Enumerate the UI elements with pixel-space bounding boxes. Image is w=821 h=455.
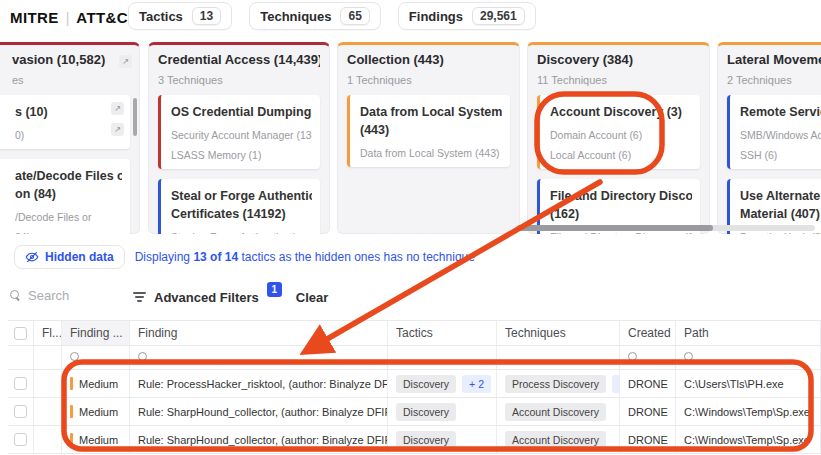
filter-cell: [8, 346, 34, 369]
row-techniques-cell: Process Discovery+ 2: [497, 370, 620, 397]
row-checkbox[interactable]: [14, 405, 27, 418]
row-created-cell: DRONE: [620, 370, 676, 397]
technique-card[interactable]: ate/Decode Files or on (84) /Decode File…: [0, 159, 130, 234]
technique-title: Certificates (14192): [171, 205, 312, 223]
technique-title: on (84): [15, 185, 122, 203]
external-link-icon[interactable]: ↗: [119, 55, 132, 68]
technique-chip[interactable]: Process Discovery: [505, 375, 606, 393]
subtechnique-label: File and Directory Discovery (162): [550, 231, 692, 234]
severity-bar: [70, 433, 73, 446]
technique-more-chip[interactable]: + 2: [612, 375, 620, 393]
severity-label: Medium: [79, 406, 118, 418]
col-header-tactics[interactable]: Tactics: [388, 321, 497, 345]
row-finding-cell: Rule: ProcessHacker_risktool, (author: B…: [130, 370, 388, 397]
subtechnique-label: /Decode Files or: [15, 211, 122, 223]
tactic-column-collection: Collection (443) 1 Techniques Data from …: [337, 42, 520, 234]
search-input[interactable]: [28, 288, 118, 303]
col-header-finding[interactable]: Finding: [130, 321, 388, 345]
technique-card[interactable]: Data from Local System (443) Data from L…: [347, 95, 510, 167]
severity-bar: [70, 377, 73, 390]
table-filter-row: [8, 346, 821, 370]
findings-pill[interactable]: Findings 29,561: [398, 2, 536, 30]
table-row[interactable]: Medium Rule: ProcessHacker_risktool, (au…: [8, 370, 821, 398]
col-header-flags[interactable]: Fl...: [34, 321, 62, 345]
mitre-attack-logo: MITRE | ATT&CK®: [10, 9, 145, 26]
filter-cell-techniques[interactable]: [497, 346, 620, 369]
brand-separator: |: [66, 10, 70, 26]
advanced-filters[interactable]: Advanced Filters 1 Clear: [133, 288, 328, 308]
subtechnique-label: Domain Account (6): [550, 129, 692, 141]
tactic-title: Collection (443): [347, 52, 510, 68]
filter-cell-path[interactable]: [676, 346, 821, 369]
tactic-column-lateral-movement: Lateral Movement 2 Techniques Remote Ser…: [717, 42, 821, 234]
subtechnique-label: Data from Local System (443): [360, 147, 502, 159]
technique-card[interactable]: OS Credential Dumping (41) Security Acco…: [158, 95, 320, 169]
col-header-techniques[interactable]: Techniques: [497, 321, 620, 345]
select-all-checkbox[interactable]: [14, 327, 27, 340]
technique-title: Use Alternate Auth: [740, 187, 821, 205]
row-tactics-cell: Discovery+ 2: [388, 370, 497, 397]
tactic-chip[interactable]: Discovery: [396, 375, 456, 393]
technique-card-account-discovery[interactable]: Account Discovery (3) Domain Account (6)…: [537, 95, 700, 169]
external-link-icon[interactable]: ↗: [111, 123, 124, 136]
filter-cell: [34, 346, 62, 369]
row-checkbox[interactable]: [14, 433, 27, 446]
techniques-pill-label: Techniques: [260, 9, 331, 24]
matrix-horizontal-scrollbar-track[interactable]: [515, 225, 815, 231]
filter-cell-tactics[interactable]: [388, 346, 497, 369]
external-link-icon[interactable]: ↗: [111, 102, 124, 115]
hidden-data-bar: Hidden data Displaying 13 of 14 tactics …: [14, 245, 475, 269]
technique-card[interactable]: Steal or Forge Authentication Certificat…: [158, 179, 320, 234]
search-box[interactable]: [10, 288, 118, 303]
subtechnique-label: Pass the Hash (8): [740, 231, 821, 234]
technique-chip[interactable]: Account Discovery: [505, 431, 606, 449]
row-checkbox[interactable]: [14, 377, 27, 390]
technique-title: (162): [550, 205, 692, 223]
table-row[interactable]: Medium Rule: SharpHound_collector, (auth…: [8, 398, 821, 426]
search-icon: [628, 352, 639, 363]
filter-count-badge: 1: [267, 282, 282, 297]
subtechnique-label: Security Account Manager (13): [171, 129, 312, 141]
matrix-horizontal-scrollbar-thumb[interactable]: [517, 225, 713, 231]
severity-label: Medium: [79, 378, 118, 390]
hidden-data-button[interactable]: Hidden data: [14, 245, 125, 269]
techniques-pill[interactable]: Techniques 65: [249, 2, 381, 30]
tactic-title: Discovery (384): [537, 52, 700, 68]
filter-cell-finding[interactable]: [130, 346, 388, 369]
tactic-title: vasion (10,582): [0, 52, 130, 68]
findings-pill-count: 29,561: [472, 7, 525, 25]
technique-title: Material (407): [740, 205, 821, 223]
technique-card[interactable]: Remote Services ( SMB/Windows Admin Sh S…: [727, 95, 821, 169]
hidden-data-label: Hidden data: [45, 250, 114, 264]
row-select-cell: [8, 426, 34, 453]
tactic-chip[interactable]: Discovery: [396, 431, 456, 449]
col-header-path[interactable]: Path: [676, 321, 821, 345]
technique-title: Remote Services (: [740, 103, 821, 121]
technique-chip[interactable]: Account Discovery: [505, 403, 606, 421]
search-icon: [70, 352, 81, 363]
technique-title: Steal or Forge Authentication: [171, 187, 312, 205]
table-row[interactable]: Medium Rule: SharpHound_collector, (auth…: [8, 426, 821, 454]
filter-cell-severity[interactable]: [62, 346, 130, 369]
col-header-created[interactable]: Created ...: [620, 321, 676, 345]
brand-mitre: MITRE: [10, 9, 59, 26]
tactics-pill[interactable]: Tactics 13: [128, 2, 232, 30]
row-path-cell: C:\Windows\Temp\Sp.exe: [676, 398, 821, 425]
subtechnique-label: 0): [15, 129, 122, 141]
technique-card[interactable]: s (10) 0) ↗ ↗: [0, 95, 130, 149]
column-vertical-scrollbar[interactable]: [133, 98, 137, 136]
technique-title: File and Directory Discovery: [550, 187, 692, 205]
tactic-chip[interactable]: Discovery: [396, 403, 456, 421]
technique-title: s (10): [15, 103, 122, 121]
tactic-title: Credential Access (14,439): [158, 52, 320, 68]
techniques-pill-count: 65: [340, 7, 369, 25]
tactic-more-chip[interactable]: + 2: [462, 375, 491, 393]
row-finding-cell: Rule: SharpHound_collector, (author: Bin…: [130, 426, 388, 453]
col-header-finding-severity[interactable]: Finding ...↓: [62, 321, 130, 345]
search-icon: [684, 352, 695, 363]
filter-cell-created[interactable]: [620, 346, 676, 369]
row-select-cell: [8, 370, 34, 397]
clear-filters-button[interactable]: Clear: [296, 288, 329, 308]
subtechnique-label: LSASS Memory (1): [171, 149, 312, 161]
row-flags-cell: [34, 370, 62, 397]
